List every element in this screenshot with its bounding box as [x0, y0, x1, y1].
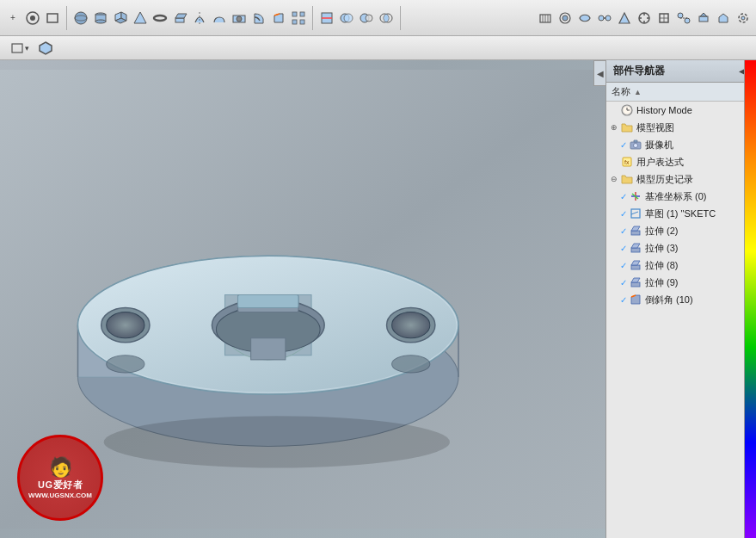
- tree-item-camera[interactable]: ✓ 摄像机: [606, 136, 756, 153]
- tree-item-label: 模型历史记录: [636, 173, 693, 186]
- tb-pattern[interactable]: [289, 9, 308, 28]
- tb-trim[interactable]: [317, 9, 336, 28]
- tb-sweep[interactable]: [210, 9, 229, 28]
- svg-text:fx: fx: [624, 159, 630, 165]
- svg-point-50: [678, 13, 683, 18]
- toolbar-group-right: [536, 9, 753, 28]
- folder-icon-model-view: [620, 121, 634, 134]
- check-icon-chamfer10: ✓: [620, 295, 627, 305]
- check-icon-extrude3: ✓: [620, 244, 627, 253]
- tree-item-history-mode[interactable]: History Mode: [606, 102, 756, 119]
- svg-point-39: [605, 15, 611, 21]
- tb-blend[interactable]: [249, 9, 268, 28]
- tree-item-datum[interactable]: ✓ 基准坐标系 (0): [606, 188, 756, 205]
- tb-r10[interactable]: [714, 9, 733, 28]
- tb-r9[interactable]: [694, 9, 713, 28]
- toolbar-add-btn[interactable]: +: [3, 9, 22, 28]
- camera-icon: [629, 138, 642, 152]
- tree-item-sketch[interactable]: ✓ 草图 (1) "SKETC: [606, 205, 756, 222]
- tb-intersect[interactable]: [377, 9, 396, 28]
- panel-body[interactable]: History Mode ⊕ 模型视图 ✓ 摄像机: [606, 102, 756, 538]
- tb-r6[interactable]: [635, 9, 654, 28]
- tb-subtract[interactable]: [357, 9, 376, 28]
- sep2: [312, 6, 313, 30]
- toolbar-rect-btn[interactable]: [43, 9, 62, 28]
- check-icon-sketch: ✓: [620, 209, 627, 219]
- tb-r7[interactable]: [655, 9, 673, 28]
- viewport[interactable]: 🧑 UG爱好者 WWW.UGSNX.COM: [0, 60, 605, 538]
- extrude-icon-3: [629, 241, 642, 255]
- sketch-icon: [629, 207, 642, 220]
- tb2-model[interactable]: [36, 39, 55, 58]
- check-icon-camera: ✓: [620, 140, 627, 150]
- svg-point-17: [237, 16, 242, 22]
- tb-hole[interactable]: [230, 9, 249, 28]
- watermark-url: WWW.UGSNX.COM: [28, 492, 92, 499]
- sep3: [400, 6, 401, 30]
- tree-item-extrude8[interactable]: ✓ 拉伸 (8): [606, 257, 756, 274]
- expand-btn-model-view[interactable]: ⊕: [610, 123, 618, 132]
- svg-marker-91: [631, 226, 640, 231]
- svg-point-51: [685, 18, 690, 23]
- tb-r5[interactable]: [615, 9, 634, 28]
- svg-point-29: [366, 15, 372, 22]
- svg-marker-93: [631, 244, 640, 248]
- tree-item-extrude2[interactable]: ✓ 拉伸 (2): [606, 222, 756, 239]
- tree-item-label: History Mode: [636, 105, 692, 115]
- tb-revolve[interactable]: [190, 9, 209, 28]
- svg-marker-11: [134, 12, 146, 23]
- tb-r1[interactable]: [536, 9, 555, 28]
- color-bar: [744, 60, 756, 538]
- panel-header: 部件导航器 ◀: [606, 60, 756, 83]
- column-header: 名称 ▲: [606, 83, 756, 102]
- extrude-icon-2: [629, 224, 642, 238]
- tb-unite[interactable]: [337, 9, 356, 28]
- column-name-label: 名称: [612, 85, 630, 98]
- svg-rect-96: [631, 282, 640, 287]
- tb-box[interactable]: [111, 9, 130, 28]
- svg-rect-13: [175, 18, 184, 22]
- tree-item-user-expression[interactable]: fx 用户表达式: [606, 153, 756, 170]
- svg-rect-92: [631, 248, 640, 252]
- tb2-select[interactable]: ▾: [3, 39, 34, 58]
- tb-r8[interactable]: [674, 9, 693, 28]
- tb-extrude[interactable]: [170, 9, 189, 28]
- svg-rect-70: [238, 294, 298, 307]
- watermark-title: UG爱好者: [38, 479, 83, 492]
- svg-rect-23: [300, 20, 304, 24]
- sep1: [66, 6, 67, 30]
- tb-r4[interactable]: [595, 9, 614, 28]
- svg-rect-90: [631, 231, 640, 235]
- tree-item-label: 拉伸 (8): [645, 259, 679, 272]
- tb-torus[interactable]: [151, 9, 169, 28]
- svg-marker-82: [634, 140, 637, 142]
- collapse-sidebar-btn[interactable]: ◀: [593, 60, 605, 86]
- tb-r3[interactable]: [575, 9, 594, 28]
- tree-item-chamfer10[interactable]: ✓ 倒斜角 (10): [606, 291, 756, 308]
- tree-item-history-record[interactable]: ⊖ 模型历史记录: [606, 170, 756, 188]
- svg-rect-2: [47, 14, 58, 22]
- svg-point-66: [107, 312, 144, 338]
- tb-cone[interactable]: [131, 9, 150, 28]
- tb-r2[interactable]: [556, 9, 575, 28]
- toolbar-snap-btn[interactable]: [23, 9, 42, 28]
- datum-icon: [629, 189, 642, 203]
- tree-item-extrude9[interactable]: ✓ 拉伸 (9): [606, 274, 756, 291]
- expand-btn-history-record[interactable]: ⊖: [610, 175, 618, 183]
- svg-point-7: [95, 20, 106, 23]
- tree-item-extrude3[interactable]: ✓ 拉伸 (3): [606, 239, 756, 257]
- svg-rect-22: [292, 20, 297, 24]
- svg-marker-53: [700, 13, 707, 16]
- tb-r11[interactable]: [734, 9, 753, 28]
- tb-chamfer[interactable]: [269, 9, 288, 28]
- tree-item-label: 拉伸 (9): [645, 276, 679, 289]
- chamfer-icon: [629, 293, 642, 306]
- check-icon-datum: ✓: [620, 192, 627, 201]
- sort-arrow-icon: ▲: [634, 88, 642, 96]
- tb-cylinder[interactable]: [91, 9, 110, 28]
- svg-point-3: [75, 12, 87, 24]
- folder-icon-history: [620, 172, 634, 186]
- tb-sphere[interactable]: [71, 9, 90, 28]
- tree-item-model-view[interactable]: ⊕ 模型视图: [606, 119, 756, 136]
- tree-item-label: 拉伸 (2): [645, 225, 679, 238]
